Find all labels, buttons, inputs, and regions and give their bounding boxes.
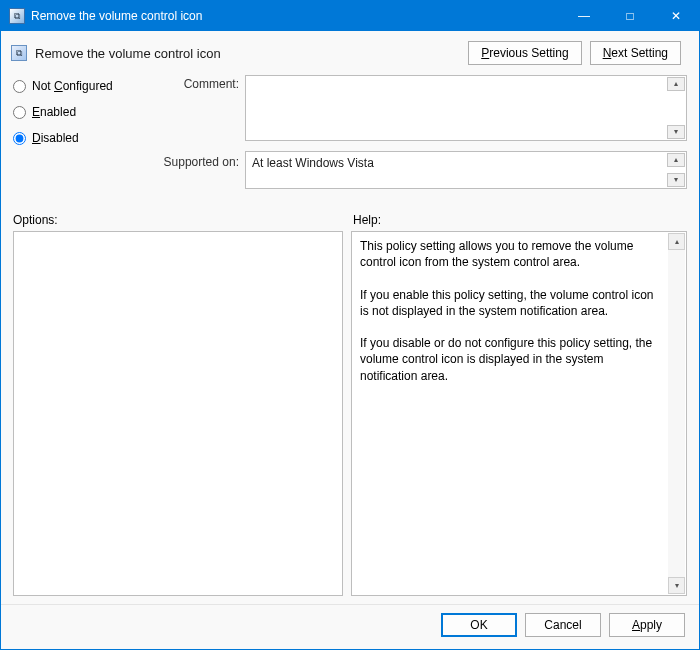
state-radio-group: Not Configured Enabled Disabled: [13, 75, 153, 145]
nav-buttons: Previous Setting Next Setting: [468, 41, 689, 65]
radio-disabled-input[interactable]: [13, 132, 26, 145]
help-section-label: Help:: [353, 213, 381, 227]
supported-scroll-down[interactable]: ▾: [667, 173, 685, 187]
previous-setting-button[interactable]: Previous Setting: [468, 41, 581, 65]
radio-not-configured-input[interactable]: [13, 80, 26, 93]
titlebar: ⧉ Remove the volume control icon — □ ✕: [1, 1, 699, 31]
help-scrollbar: ▴ ▾: [668, 233, 685, 594]
comment-label: Comment:: [159, 75, 239, 91]
radio-not-configured-label: Not Configured: [32, 79, 113, 93]
section-labels: Options: Help:: [1, 209, 699, 231]
radio-disabled-label: Disabled: [32, 131, 79, 145]
help-scroll-up[interactable]: ▴: [668, 233, 685, 250]
window-icon: ⧉: [9, 8, 25, 24]
cancel-button[interactable]: Cancel: [525, 613, 601, 637]
comment-scroll-up[interactable]: ▴: [667, 77, 685, 91]
radio-not-configured[interactable]: Not Configured: [13, 79, 153, 93]
footer: OK Cancel Apply: [1, 604, 699, 649]
options-section-label: Options:: [13, 213, 353, 227]
panels-row: This policy setting allows you to remove…: [1, 231, 699, 604]
apply-label: pply: [640, 618, 662, 632]
help-text: This policy setting allows you to remove…: [352, 232, 686, 390]
previous-setting-label: revious Setting: [489, 46, 568, 60]
radio-enabled-label: Enabled: [32, 105, 76, 119]
upper-grid: Not Configured Enabled Disabled Comment:…: [1, 69, 699, 209]
next-setting-label: ext Setting: [611, 46, 668, 60]
policy-title: Remove the volume control icon: [35, 46, 221, 61]
close-button[interactable]: ✕: [653, 1, 699, 31]
supported-on-field: At least Windows Vista ▴ ▾: [245, 151, 687, 189]
header-row: ⧉ Remove the volume control icon Previou…: [1, 31, 699, 69]
minimize-button[interactable]: —: [561, 1, 607, 31]
maximize-button[interactable]: □: [607, 1, 653, 31]
supported-scroll-up[interactable]: ▴: [667, 153, 685, 167]
help-scroll-track[interactable]: [668, 250, 685, 577]
comment-value: [246, 76, 686, 84]
next-setting-button[interactable]: Next Setting: [590, 41, 681, 65]
supported-label: Supported on:: [159, 151, 239, 169]
window-controls: — □ ✕: [561, 1, 699, 31]
help-scroll-down[interactable]: ▾: [668, 577, 685, 594]
supported-on-value: At least Windows Vista: [246, 152, 686, 174]
radio-disabled[interactable]: Disabled: [13, 131, 153, 145]
ok-button[interactable]: OK: [441, 613, 517, 637]
comment-scroll-down[interactable]: ▾: [667, 125, 685, 139]
comment-field[interactable]: ▴ ▾: [245, 75, 687, 141]
policy-icon: ⧉: [11, 45, 27, 61]
window-title: Remove the volume control icon: [31, 9, 561, 23]
apply-button[interactable]: Apply: [609, 613, 685, 637]
radio-enabled[interactable]: Enabled: [13, 105, 153, 119]
radio-enabled-input[interactable]: [13, 106, 26, 119]
policy-editor-window: ⧉ Remove the volume control icon — □ ✕ ⧉…: [0, 0, 700, 650]
help-panel: This policy setting allows you to remove…: [351, 231, 687, 596]
options-panel: [13, 231, 343, 596]
